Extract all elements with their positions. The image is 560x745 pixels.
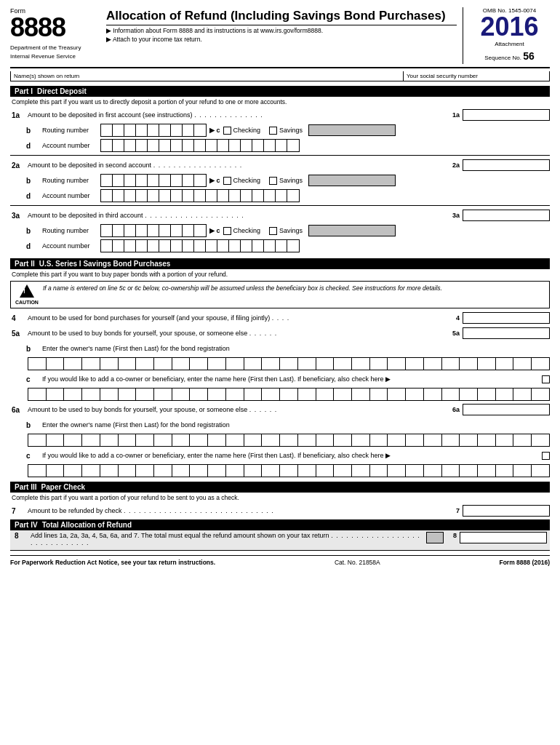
acct-seg[interactable] xyxy=(183,240,194,252)
routing-seg[interactable] xyxy=(148,225,159,236)
checking-label-1[interactable]: Checking xyxy=(223,127,261,135)
routing-seg[interactable] xyxy=(194,225,206,236)
acct-seg[interactable] xyxy=(136,190,148,202)
savings-checkbox-1[interactable] xyxy=(269,127,277,135)
acct-seg[interactable] xyxy=(217,240,229,252)
acct-seg[interactable] xyxy=(241,240,252,252)
routing-input-1[interactable] xyxy=(100,124,207,137)
acct-seg[interactable] xyxy=(217,140,229,151)
routing-seg[interactable] xyxy=(159,175,171,186)
savings-label-2[interactable]: Savings xyxy=(269,177,303,185)
line-5b-name-input[interactable] xyxy=(28,357,550,370)
acct-seg[interactable] xyxy=(241,140,252,151)
acct-seg[interactable] xyxy=(264,140,276,151)
routing-seg[interactable] xyxy=(113,225,124,236)
acct-seg[interactable] xyxy=(194,190,206,202)
acct-seg[interactable] xyxy=(148,140,159,151)
acct-seg[interactable] xyxy=(171,240,183,252)
acct-seg[interactable] xyxy=(101,140,113,151)
routing-seg[interactable] xyxy=(124,225,136,236)
acct-seg[interactable] xyxy=(124,240,136,252)
routing-seg[interactable] xyxy=(194,175,206,186)
routing-seg[interactable] xyxy=(183,124,194,136)
routing-seg[interactable] xyxy=(124,124,136,136)
acct-seg[interactable] xyxy=(276,190,287,202)
line-4-amount[interactable] xyxy=(463,312,550,324)
acct-seg[interactable] xyxy=(252,240,264,252)
acct-seg[interactable] xyxy=(206,140,217,151)
acct-seg[interactable] xyxy=(101,240,113,252)
acct-seg[interactable] xyxy=(276,140,287,151)
routing-seg[interactable] xyxy=(194,124,206,136)
routing-seg[interactable] xyxy=(136,124,148,136)
routing-seg[interactable] xyxy=(101,124,113,136)
line-8-amount[interactable] xyxy=(460,532,547,543)
acct-seg[interactable] xyxy=(159,190,171,202)
acct-seg[interactable] xyxy=(287,240,299,252)
acct-seg[interactable] xyxy=(252,140,264,151)
line-6a-amount[interactable] xyxy=(463,404,550,415)
routing-seg[interactable] xyxy=(113,124,124,136)
acct-seg[interactable] xyxy=(148,240,159,252)
routing-seg[interactable] xyxy=(113,175,124,186)
acct-seg[interactable] xyxy=(113,190,124,202)
savings-checkbox-2[interactable] xyxy=(269,177,277,185)
acct-seg[interactable] xyxy=(113,140,124,151)
acct-seg[interactable] xyxy=(217,190,229,202)
acct-seg[interactable] xyxy=(159,140,171,151)
routing-seg[interactable] xyxy=(136,225,148,236)
routing-seg[interactable] xyxy=(171,225,183,236)
acct-seg[interactable] xyxy=(264,240,276,252)
routing-input-3[interactable] xyxy=(100,224,207,237)
beneficiary-checkbox-6c[interactable] xyxy=(542,452,550,460)
routing-seg[interactable] xyxy=(101,175,113,186)
acct-seg[interactable] xyxy=(276,240,287,252)
acct-seg[interactable] xyxy=(171,190,183,202)
acct-seg[interactable] xyxy=(252,190,264,202)
acct-seg[interactable] xyxy=(229,140,241,151)
line-6b-name-input[interactable] xyxy=(28,434,550,447)
routing-seg[interactable] xyxy=(124,175,136,186)
line-2a-amount[interactable] xyxy=(463,159,550,171)
routing-seg[interactable] xyxy=(148,124,159,136)
routing-seg[interactable] xyxy=(101,225,113,236)
acct-seg[interactable] xyxy=(136,240,148,252)
acct-seg[interactable] xyxy=(136,140,148,151)
routing-seg[interactable] xyxy=(159,124,171,136)
acct-seg[interactable] xyxy=(229,190,241,202)
routing-seg[interactable] xyxy=(171,175,183,186)
account-input-3[interactable] xyxy=(100,239,300,252)
routing-seg[interactable] xyxy=(159,225,171,236)
acct-seg[interactable] xyxy=(229,240,241,252)
routing-seg[interactable] xyxy=(171,124,183,136)
routing-seg[interactable] xyxy=(148,175,159,186)
acct-seg[interactable] xyxy=(287,140,299,151)
line-3a-amount[interactable] xyxy=(463,210,550,221)
acct-seg[interactable] xyxy=(194,140,206,151)
account-input-2[interactable] xyxy=(100,189,300,202)
acct-seg[interactable] xyxy=(148,190,159,202)
acct-seg[interactable] xyxy=(113,240,124,252)
acct-seg[interactable] xyxy=(287,190,299,202)
checking-label-3[interactable]: Checking xyxy=(223,227,261,235)
acct-seg[interactable] xyxy=(124,190,136,202)
savings-label-1[interactable]: Savings xyxy=(269,127,303,135)
routing-seg[interactable] xyxy=(183,225,194,236)
acct-seg[interactable] xyxy=(171,140,183,151)
checking-checkbox-1[interactable] xyxy=(223,127,231,135)
beneficiary-checkbox-5c[interactable] xyxy=(542,375,550,383)
acct-seg[interactable] xyxy=(183,140,194,151)
acct-seg[interactable] xyxy=(241,190,252,202)
line-5c-name-input[interactable] xyxy=(28,388,550,401)
line-6c-name-input[interactable] xyxy=(28,464,550,477)
acct-seg[interactable] xyxy=(264,190,276,202)
routing-seg[interactable] xyxy=(183,175,194,186)
acct-seg[interactable] xyxy=(183,190,194,202)
routing-input-2[interactable] xyxy=(100,174,207,187)
line-5a-amount[interactable] xyxy=(463,327,550,339)
line-7-amount[interactable] xyxy=(463,505,550,517)
acct-seg[interactable] xyxy=(159,240,171,252)
checking-label-2[interactable]: Checking xyxy=(223,177,261,185)
line-1a-amount[interactable] xyxy=(463,109,550,121)
acct-seg[interactable] xyxy=(124,140,136,151)
